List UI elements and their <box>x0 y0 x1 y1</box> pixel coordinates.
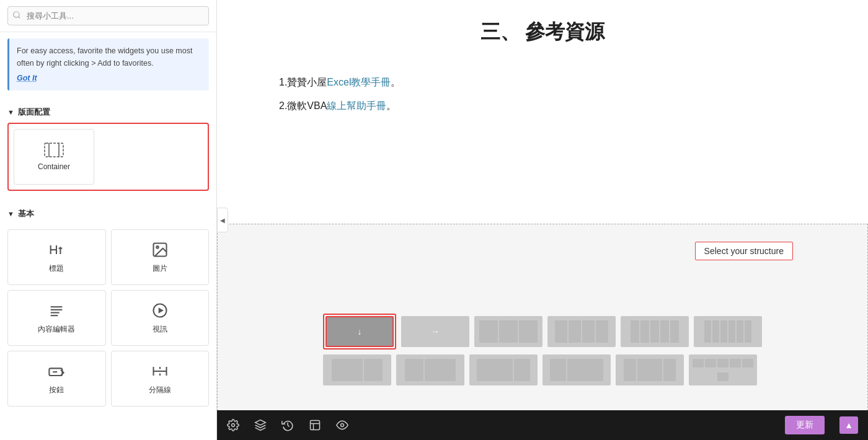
widget-divider-label: 分隔線 <box>149 385 171 395</box>
editor-icon <box>48 302 65 319</box>
tip-text: For easy access, favorite the widgets yo… <box>17 46 192 68</box>
struct-option-5col[interactable] <box>621 316 689 347</box>
layout-section: ▼ 版面配置 Container <box>0 97 216 198</box>
layout-section-title: 版面配置 <box>18 107 50 118</box>
struct-option-2col[interactable]: → <box>401 316 469 347</box>
content-area: 三、 參考資源 1.贊贊小屋Excel教學手冊。 2.微軟VBA線上幫助手冊。 … <box>217 0 868 440</box>
structure-row-1: ↓ → <box>323 314 762 350</box>
got-it-button[interactable]: Got It <box>17 72 37 84</box>
divider-icon <box>151 363 169 380</box>
widget-grid: 標題 圖片 <box>7 224 209 414</box>
ref2-suffix: 。 <box>386 100 396 111</box>
widget-editor-label: 內容編輯器 <box>38 324 75 335</box>
widget-image[interactable]: 圖片 <box>111 229 210 285</box>
structure-label: Select your structure <box>695 242 793 260</box>
widget-editor[interactable]: 內容編輯器 <box>7 290 106 346</box>
update-button[interactable]: 更新 <box>785 416 825 434</box>
reference-item-1: 1.贊贊小屋Excel教學手冊。 <box>279 71 806 94</box>
struct-option-3col[interactable] <box>474 316 542 347</box>
widget-button-label: 按鈕 <box>49 385 64 395</box>
chevron-up-button[interactable]: ▲ <box>839 416 858 434</box>
container-widget-box: Container <box>7 123 209 191</box>
search-input[interactable] <box>7 6 209 25</box>
bottom-toolbar: 更新 ▲ <box>217 410 868 440</box>
struct-option-2-1[interactable] <box>323 354 391 385</box>
container-label: Container <box>38 162 70 171</box>
reference-item-2: 2.微軟VBA線上幫助手冊。 <box>279 94 806 118</box>
svg-line-1 <box>19 16 20 18</box>
svg-point-0 <box>14 11 19 17</box>
svg-marker-17 <box>158 307 163 313</box>
settings-icon[interactable] <box>227 419 239 431</box>
basic-section-header[interactable]: ▼ 基本 <box>7 203 209 224</box>
widget-heading[interactable]: 標題 <box>7 229 106 285</box>
page-title: 三、 參考資源 <box>254 19 831 46</box>
sidebar: For easy access, favorite the widgets yo… <box>0 0 217 440</box>
ref1-prefix: 1.贊贊小屋 <box>279 77 327 87</box>
layout-section-header[interactable]: ▼ 版面配置 <box>7 102 209 123</box>
widget-heading-label: 標題 <box>49 263 64 274</box>
ref2-prefix: 2.微軟VBA <box>279 100 327 111</box>
svg-point-32 <box>341 424 344 427</box>
search-wrapper <box>7 6 209 25</box>
ref2-link[interactable]: 線上幫助手冊 <box>327 100 386 111</box>
svg-rect-2 <box>45 143 63 157</box>
page-content: 三、 參考資源 1.贊贊小屋Excel教學手冊。 2.微軟VBA線上幫助手冊。 <box>217 0 868 224</box>
ref1-link[interactable]: Excel教學手冊 <box>327 77 391 87</box>
basic-section: ▼ 基本 標題 <box>0 198 216 414</box>
structure-row-2 <box>323 354 762 385</box>
basic-section-title: 基本 <box>18 208 34 219</box>
svg-point-25 <box>232 424 235 427</box>
canvas-area: Select your structure ↓ → <box>217 224 868 411</box>
tip-box: For easy access, favorite the widgets yo… <box>7 38 209 90</box>
page-icon[interactable] <box>309 419 321 431</box>
heading-icon <box>48 241 65 258</box>
svg-rect-29 <box>311 421 320 430</box>
search-bar <box>0 0 216 32</box>
toggle-arrow-icon: ◀ <box>220 217 225 224</box>
container-widget[interactable]: Container <box>14 129 94 185</box>
struct-option-selected[interactable]: ↓ <box>323 314 396 350</box>
struct-option-1-2[interactable] <box>396 354 464 385</box>
svg-point-11 <box>156 246 159 249</box>
struct-option-1-2-1[interactable] <box>616 354 684 385</box>
svg-line-28 <box>288 425 290 427</box>
struct-option-3-1[interactable] <box>469 354 538 385</box>
reference-list: 1.贊贊小屋Excel教學手冊。 2.微軟VBA線上幫助手冊。 <box>254 64 831 125</box>
down-arrow-icon: ↓ <box>358 327 362 337</box>
layout-chevron-icon: ▼ <box>7 108 14 116</box>
button-icon <box>48 363 65 380</box>
sidebar-toggle-button[interactable]: ◀ <box>217 208 228 232</box>
widget-button[interactable]: 按鈕 <box>7 351 106 407</box>
struct-option-4col[interactable] <box>547 316 616 347</box>
widget-divider[interactable]: 分隔線 <box>111 351 210 407</box>
right-arrow-icon: → <box>431 327 440 337</box>
widget-video[interactable]: 視訊 <box>111 290 210 346</box>
image-icon <box>151 241 169 258</box>
struct-option-1-3[interactable] <box>542 354 611 385</box>
preview-icon[interactable] <box>336 419 348 431</box>
history-icon[interactable] <box>281 419 294 431</box>
widget-video-label: 視訊 <box>153 324 167 335</box>
container-icon <box>44 143 64 157</box>
ref1-suffix: 。 <box>391 77 401 87</box>
widget-image-label: 圖片 <box>153 263 167 274</box>
struct-option-6col[interactable] <box>694 316 762 347</box>
struct-option-mixed[interactable] <box>689 354 757 385</box>
basic-chevron-icon: ▼ <box>7 210 14 218</box>
layers-icon[interactable] <box>254 419 267 431</box>
search-icon <box>12 11 21 22</box>
structure-grid: ↓ → <box>323 314 762 385</box>
struct-cell-single[interactable]: ↓ <box>326 316 394 347</box>
video-icon <box>151 302 169 319</box>
svg-marker-26 <box>255 420 266 425</box>
